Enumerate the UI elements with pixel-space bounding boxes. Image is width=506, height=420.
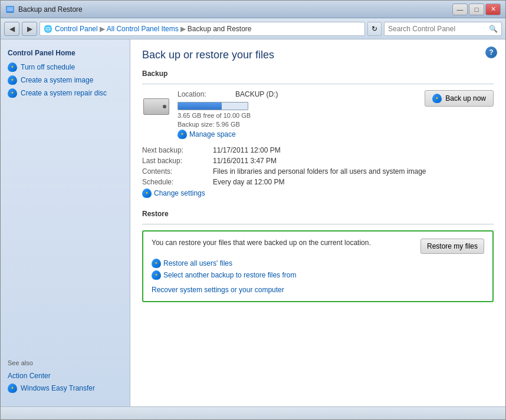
back-button[interactable]: ◀: [4, 22, 19, 36]
restore-all-icon: [152, 259, 161, 268]
breadcrumb-sep-1: ▶: [100, 25, 105, 33]
sidebar-item-turn-off-schedule[interactable]: Turn off schedule: [8, 61, 123, 74]
last-backup-label: Last backup:: [142, 157, 213, 165]
next-backup-value: 11/17/2011 12:00 PM: [213, 146, 281, 154]
schedule-value: Every day at 12:00 PM: [213, 178, 284, 186]
sidebar-item-create-system-image[interactable]: Create a system image: [8, 74, 123, 87]
backup-section-label: Backup: [142, 70, 494, 78]
sidebar-label-create-repair-disc: Create a system repair disc: [21, 89, 107, 97]
backup-divider: [142, 84, 494, 84]
restore-my-files-button[interactable]: Restore my files: [420, 239, 484, 254]
restore-box: You can restore your files that were bac…: [142, 230, 494, 302]
select-another-backup-link[interactable]: Select another backup to restore files f…: [152, 270, 484, 280]
schedule-row: Schedule: Every day at 12:00 PM: [142, 178, 494, 186]
shield-icon-2: [8, 75, 17, 85]
sidebar-item-windows-easy-transfer[interactable]: Windows Easy Transfer: [8, 382, 123, 395]
title-bar: Backup and Restore — □ ✕: [1, 1, 505, 18]
title-bar-buttons: — □ ✕: [452, 4, 501, 15]
breadcrumb-sep-2: ▶: [180, 25, 186, 33]
restore-header-row: You can restore your files that were bac…: [152, 239, 484, 254]
refresh-button[interactable]: ↻: [367, 22, 382, 36]
next-backup-row: Next backup: 11/17/2011 12:00 PM: [142, 146, 494, 154]
sidebar-title: Control Panel Home: [8, 49, 123, 57]
close-button[interactable]: ✕: [485, 4, 501, 15]
breadcrumb[interactable]: 🌐 Control Panel ▶ All Control Panel Item…: [40, 22, 365, 36]
drive-details: Location: BACKUP (D:) 3.65 GB free of 10…: [178, 90, 418, 139]
next-backup-label: Next backup:: [142, 146, 213, 154]
drive-body: [143, 98, 169, 115]
page-title: Back up or restore your files: [142, 49, 494, 61]
restore-section: Restore You can restore your files that …: [142, 210, 494, 302]
last-backup-row: Last backup: 11/16/2011 3:47 PM: [142, 157, 494, 165]
sidebar-home-section: Control Panel Home Turn off schedule Cre…: [1, 47, 130, 102]
breadcrumb-all-items[interactable]: All Control Panel Items: [107, 25, 179, 33]
contents-row: Contents: Files in libraries and persona…: [142, 167, 494, 176]
free-space-text: 3.65 GB free of 10.00 GB: [178, 112, 418, 119]
restore-divider: [142, 224, 494, 224]
windows-easy-transfer-label: Windows Easy Transfer: [21, 384, 95, 392]
contents-label: Contents:: [142, 167, 213, 176]
search-box[interactable]: 🔍: [384, 22, 502, 36]
search-icon[interactable]: 🔍: [489, 25, 498, 33]
status-bar: [1, 406, 505, 419]
select-another-icon: [152, 270, 161, 280]
breadcrumb-control-panel[interactable]: Control Panel: [55, 25, 98, 33]
minimize-button[interactable]: —: [452, 4, 468, 15]
sidebar-item-action-center[interactable]: Action Center: [8, 370, 123, 382]
contents-value: Files in libraries and personal folders …: [213, 167, 426, 176]
disk-progress-fill: [178, 102, 222, 110]
shield-icon-3: [8, 88, 17, 98]
action-center-label: Action Center: [8, 372, 51, 380]
forward-button[interactable]: ▶: [22, 22, 37, 36]
recover-system-label: Recover system settings or your computer: [152, 286, 284, 294]
sidebar-label-create-system-image: Create a system image: [21, 76, 93, 84]
backup-drive-area: Location: BACKUP (D:) 3.65 GB free of 10…: [142, 90, 494, 139]
sidebar-item-create-repair-disc[interactable]: Create a system repair disc: [8, 87, 123, 100]
restore-all-label: Restore all users' files: [163, 259, 232, 267]
backup-section: Backup Location: BACKUP (D:): [142, 70, 494, 198]
select-another-label: Select another backup to restore files f…: [163, 271, 296, 279]
main-window: Backup and Restore — □ ✕ ◀ ▶ 🌐 Control P…: [0, 0, 506, 420]
restore-links: Restore all users' files Select another …: [152, 259, 484, 280]
location-row: Location: BACKUP (D:): [178, 90, 418, 98]
backup-size-text: Backup size: 5.96 GB: [178, 121, 418, 128]
manage-space-icon: [178, 130, 187, 139]
search-input[interactable]: [388, 25, 489, 33]
manage-space-link[interactable]: Manage space: [178, 130, 418, 139]
location-label: Location:: [178, 90, 231, 98]
recover-system-link[interactable]: Recover system settings or your computer: [152, 286, 284, 294]
restore-description: You can restore your files that were bac…: [152, 239, 371, 247]
drive-icon: [142, 95, 170, 118]
schedule-label: Schedule:: [142, 178, 213, 186]
back-up-now-button[interactable]: Back up now: [425, 90, 494, 107]
shield-icon-4: [8, 383, 17, 393]
last-backup-value: 11/16/2011 3:47 PM: [213, 157, 277, 165]
manage-space-label: Manage space: [189, 130, 236, 138]
window-title: Backup and Restore: [18, 5, 83, 14]
main-area: Control Panel Home Turn off schedule Cre…: [1, 39, 505, 406]
see-also-label: See also: [8, 359, 123, 366]
content-panel: ? Back up or restore your files Backup L…: [130, 39, 505, 406]
backup-now-area: Back up now: [425, 90, 494, 107]
help-button[interactable]: ?: [485, 47, 497, 58]
restore-all-users-link[interactable]: Restore all users' files: [152, 259, 484, 268]
restore-section-label: Restore: [142, 210, 494, 218]
backup-btn-label: Back up now: [445, 94, 486, 102]
svg-rect-2: [7, 12, 13, 12]
backup-meta: Next backup: 11/17/2011 12:00 PM Last ba…: [142, 146, 494, 198]
maximize-button[interactable]: □: [469, 4, 484, 15]
change-settings-icon: [142, 188, 152, 198]
change-settings-row[interactable]: Change settings: [142, 188, 494, 198]
backup-btn-icon: [432, 94, 442, 103]
location-value: BACKUP (D:): [235, 90, 278, 98]
shield-icon-1: [8, 62, 17, 72]
sidebar-bottom: See also Action Center Windows Easy Tran…: [1, 355, 130, 399]
sidebar: Control Panel Home Turn off schedule Cre…: [1, 39, 130, 406]
svg-rect-1: [7, 7, 13, 11]
breadcrumb-current: Backup and Restore: [188, 25, 252, 33]
window-icon: [5, 5, 15, 14]
change-settings-label: Change settings: [154, 189, 205, 197]
address-bar: ◀ ▶ 🌐 Control Panel ▶ All Control Panel …: [1, 18, 505, 39]
sidebar-label-turn-off-schedule: Turn off schedule: [21, 63, 75, 71]
title-bar-left: Backup and Restore: [5, 5, 83, 14]
